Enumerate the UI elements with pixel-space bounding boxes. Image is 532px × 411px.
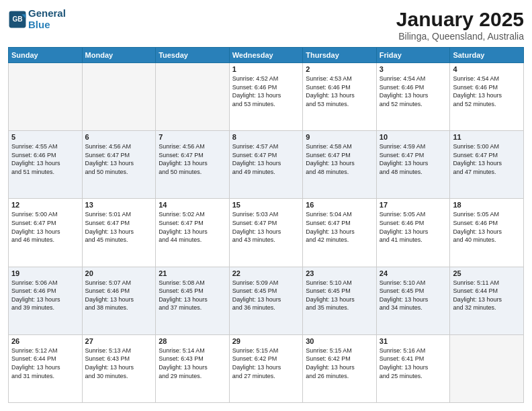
day-number: 25 bbox=[453, 269, 521, 277]
logo-text-block: General Blue bbox=[28, 8, 66, 30]
title-block: January 2025 Bilinga, Queensland, Austra… bbox=[396, 8, 524, 42]
day-number: 14 bbox=[159, 201, 226, 209]
day-info: Sunrise: 5:05 AM Sunset: 6:46 PM Dayligh… bbox=[380, 210, 447, 244]
logo-general: General bbox=[28, 7, 66, 19]
logo-blue: Blue bbox=[28, 19, 50, 30]
calendar-week-row: 19Sunrise: 5:06 AM Sunset: 6:46 PM Dayli… bbox=[9, 267, 524, 334]
calendar-day-cell: 23Sunrise: 5:10 AM Sunset: 6:45 PM Dayli… bbox=[303, 267, 377, 334]
day-number: 30 bbox=[306, 337, 373, 345]
day-number: 9 bbox=[306, 133, 373, 141]
day-number: 24 bbox=[380, 269, 447, 277]
calendar-day-cell bbox=[82, 63, 156, 131]
day-number: 6 bbox=[85, 133, 153, 141]
day-info: Sunrise: 5:07 AM Sunset: 6:46 PM Dayligh… bbox=[85, 279, 153, 312]
calendar-day-cell: 21Sunrise: 5:08 AM Sunset: 6:45 PM Dayli… bbox=[156, 267, 230, 334]
svg-text:GB: GB bbox=[12, 15, 22, 23]
day-number: 31 bbox=[380, 337, 447, 345]
day-info: Sunrise: 5:12 AM Sunset: 6:44 PM Dayligh… bbox=[11, 347, 79, 380]
day-info: Sunrise: 4:55 AM Sunset: 6:46 PM Dayligh… bbox=[11, 142, 79, 176]
day-number: 18 bbox=[453, 201, 521, 209]
day-header-wednesday: Wednesday bbox=[229, 48, 303, 63]
calendar-day-cell: 28Sunrise: 5:14 AM Sunset: 6:43 PM Dayli… bbox=[156, 334, 230, 402]
day-header-saturday: Saturday bbox=[450, 48, 524, 63]
day-header-monday: Monday bbox=[82, 48, 156, 63]
day-number: 8 bbox=[232, 133, 300, 141]
day-info: Sunrise: 5:08 AM Sunset: 6:45 PM Dayligh… bbox=[159, 279, 226, 312]
calendar-day-cell: 14Sunrise: 5:02 AM Sunset: 6:47 PM Dayli… bbox=[156, 199, 230, 267]
day-number: 5 bbox=[11, 133, 79, 141]
day-info: Sunrise: 4:54 AM Sunset: 6:46 PM Dayligh… bbox=[453, 75, 521, 108]
day-info: Sunrise: 4:58 AM Sunset: 6:47 PM Dayligh… bbox=[306, 142, 373, 176]
calendar-week-row: 26Sunrise: 5:12 AM Sunset: 6:44 PM Dayli… bbox=[9, 334, 524, 402]
calendar-day-cell: 20Sunrise: 5:07 AM Sunset: 6:46 PM Dayli… bbox=[82, 267, 156, 334]
day-header-sunday: Sunday bbox=[9, 48, 83, 63]
calendar-day-cell: 8Sunrise: 4:57 AM Sunset: 6:47 PM Daylig… bbox=[229, 131, 303, 199]
day-number: 12 bbox=[11, 201, 79, 209]
calendar-day-cell: 3Sunrise: 4:54 AM Sunset: 6:46 PM Daylig… bbox=[376, 63, 450, 131]
calendar-day-cell: 12Sunrise: 5:00 AM Sunset: 6:47 PM Dayli… bbox=[9, 199, 83, 267]
day-number: 20 bbox=[85, 269, 153, 277]
calendar-day-cell: 1Sunrise: 4:52 AM Sunset: 6:46 PM Daylig… bbox=[229, 63, 303, 131]
day-info: Sunrise: 5:15 AM Sunset: 6:42 PM Dayligh… bbox=[306, 347, 373, 380]
day-number: 4 bbox=[453, 65, 521, 73]
logo: GB General Blue bbox=[8, 8, 66, 30]
day-number: 2 bbox=[306, 65, 373, 73]
day-info: Sunrise: 5:03 AM Sunset: 6:47 PM Dayligh… bbox=[232, 210, 300, 244]
calendar-day-cell: 11Sunrise: 5:00 AM Sunset: 6:47 PM Dayli… bbox=[450, 131, 524, 199]
day-info: Sunrise: 5:05 AM Sunset: 6:46 PM Dayligh… bbox=[453, 210, 521, 244]
day-info: Sunrise: 5:06 AM Sunset: 6:46 PM Dayligh… bbox=[11, 279, 79, 312]
calendar-day-cell: 30Sunrise: 5:15 AM Sunset: 6:42 PM Dayli… bbox=[303, 334, 377, 402]
calendar-day-cell: 19Sunrise: 5:06 AM Sunset: 6:46 PM Dayli… bbox=[9, 267, 83, 334]
month-title: January 2025 bbox=[396, 8, 524, 31]
day-info: Sunrise: 5:15 AM Sunset: 6:42 PM Dayligh… bbox=[232, 347, 300, 380]
calendar-day-cell: 6Sunrise: 4:56 AM Sunset: 6:47 PM Daylig… bbox=[82, 131, 156, 199]
day-header-thursday: Thursday bbox=[303, 48, 377, 63]
day-number: 21 bbox=[159, 269, 226, 277]
calendar-day-cell: 17Sunrise: 5:05 AM Sunset: 6:46 PM Dayli… bbox=[376, 199, 450, 267]
calendar-day-cell bbox=[156, 63, 230, 131]
day-info: Sunrise: 5:16 AM Sunset: 6:41 PM Dayligh… bbox=[380, 347, 447, 380]
calendar-day-cell: 26Sunrise: 5:12 AM Sunset: 6:44 PM Dayli… bbox=[9, 334, 83, 402]
day-number: 1 bbox=[232, 65, 300, 73]
day-number: 23 bbox=[306, 269, 373, 277]
day-info: Sunrise: 5:14 AM Sunset: 6:43 PM Dayligh… bbox=[159, 347, 226, 380]
calendar-day-cell: 9Sunrise: 4:58 AM Sunset: 6:47 PM Daylig… bbox=[303, 131, 377, 199]
day-info: Sunrise: 5:13 AM Sunset: 6:43 PM Dayligh… bbox=[85, 347, 153, 380]
day-number: 16 bbox=[306, 201, 373, 209]
calendar-day-cell bbox=[450, 334, 524, 402]
day-info: Sunrise: 5:02 AM Sunset: 6:47 PM Dayligh… bbox=[159, 210, 226, 244]
day-info: Sunrise: 5:10 AM Sunset: 6:45 PM Dayligh… bbox=[306, 279, 373, 312]
page: GB General Blue January 2025 Bilinga, Qu… bbox=[0, 0, 532, 411]
calendar-day-cell: 16Sunrise: 5:04 AM Sunset: 6:47 PM Dayli… bbox=[303, 199, 377, 267]
day-number: 26 bbox=[11, 337, 79, 345]
logo-icon: GB bbox=[8, 10, 27, 29]
calendar-week-row: 12Sunrise: 5:00 AM Sunset: 6:47 PM Dayli… bbox=[9, 199, 524, 267]
day-info: Sunrise: 5:00 AM Sunset: 6:47 PM Dayligh… bbox=[11, 210, 79, 244]
day-header-friday: Friday bbox=[376, 48, 450, 63]
day-info: Sunrise: 4:52 AM Sunset: 6:46 PM Dayligh… bbox=[232, 75, 300, 108]
day-info: Sunrise: 5:09 AM Sunset: 6:45 PM Dayligh… bbox=[232, 279, 300, 312]
day-info: Sunrise: 4:53 AM Sunset: 6:46 PM Dayligh… bbox=[306, 75, 373, 108]
calendar-day-cell: 5Sunrise: 4:55 AM Sunset: 6:46 PM Daylig… bbox=[9, 131, 83, 199]
calendar-day-cell: 4Sunrise: 4:54 AM Sunset: 6:46 PM Daylig… bbox=[450, 63, 524, 131]
calendar-day-cell: 18Sunrise: 5:05 AM Sunset: 6:46 PM Dayli… bbox=[450, 199, 524, 267]
day-number: 13 bbox=[85, 201, 153, 209]
day-header-tuesday: Tuesday bbox=[156, 48, 230, 63]
day-info: Sunrise: 4:59 AM Sunset: 6:47 PM Dayligh… bbox=[380, 142, 447, 176]
calendar-day-cell: 15Sunrise: 5:03 AM Sunset: 6:47 PM Dayli… bbox=[229, 199, 303, 267]
calendar-week-row: 5Sunrise: 4:55 AM Sunset: 6:46 PM Daylig… bbox=[9, 131, 524, 199]
day-info: Sunrise: 4:54 AM Sunset: 6:46 PM Dayligh… bbox=[380, 75, 447, 108]
day-number: 15 bbox=[232, 201, 300, 209]
day-number: 19 bbox=[11, 269, 79, 277]
calendar-day-cell: 22Sunrise: 5:09 AM Sunset: 6:45 PM Dayli… bbox=[229, 267, 303, 334]
day-number: 3 bbox=[380, 65, 447, 73]
location: Bilinga, Queensland, Australia bbox=[396, 31, 524, 42]
day-number: 7 bbox=[159, 133, 226, 141]
calendar-day-cell: 7Sunrise: 4:56 AM Sunset: 6:47 PM Daylig… bbox=[156, 131, 230, 199]
day-number: 28 bbox=[159, 337, 226, 345]
day-info: Sunrise: 5:04 AM Sunset: 6:47 PM Dayligh… bbox=[306, 210, 373, 244]
calendar-day-cell: 25Sunrise: 5:11 AM Sunset: 6:44 PM Dayli… bbox=[450, 267, 524, 334]
day-number: 22 bbox=[232, 269, 300, 277]
day-info: Sunrise: 4:57 AM Sunset: 6:47 PM Dayligh… bbox=[232, 142, 300, 176]
day-number: 11 bbox=[453, 133, 521, 141]
